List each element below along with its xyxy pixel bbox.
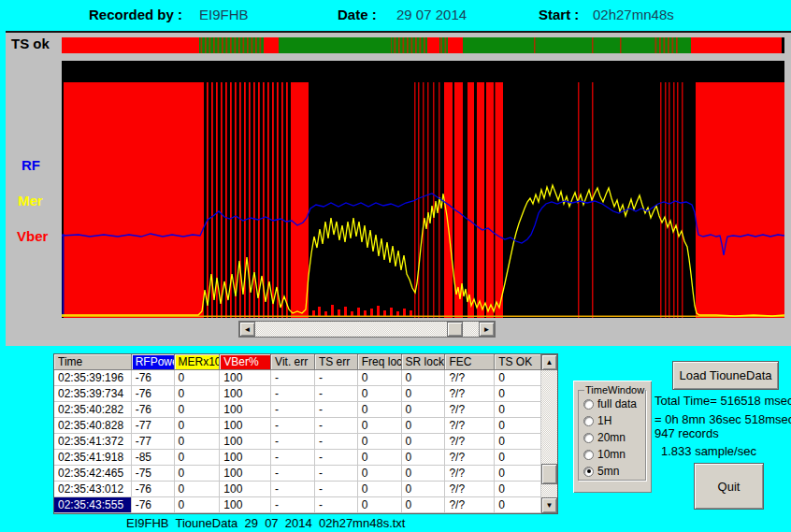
radio-option-20mn[interactable]: 20mn [583,429,645,446]
table-row[interactable]: 02:35:43:012-760100--00?/?0 [54,482,541,497]
start-value: 02h27mn48s [593,7,674,22]
table-cell: 0 [402,482,446,497]
radio-icon [583,450,594,460]
table-cell: 0 [175,370,221,386]
table-cell: 100 [220,466,271,482]
table-cell: 100 [220,482,271,497]
table-row[interactable]: 02:35:43:555-760100--00?/?0 [54,497,541,513]
table-row[interactable]: 02:35:40:282-760100--00?/?0 [54,402,541,418]
table-cell: 0 [358,386,402,402]
table-cell: 0 [402,386,446,402]
quit-button[interactable]: Quit [694,463,764,510]
scroll-right-button[interactable]: ► [479,322,495,337]
table-cell: 0 [402,466,446,482]
table-cell: ?/? [445,466,495,482]
table-cell: 100 [220,370,271,386]
table-cell: 100 [220,450,271,466]
table-row[interactable]: 02:35:39:196-760100--00?/?0 [54,370,541,386]
table-cell: ?/? [445,386,495,402]
ts-status-strip [62,37,784,53]
radio-icon [583,433,594,443]
scroll-up-button[interactable]: ▲ [541,354,557,370]
table-cell: - [271,466,315,482]
rf-label: RF [22,157,40,173]
table-cell: 0 [495,418,541,434]
column-header-vit-err[interactable]: Vit. err [271,354,315,370]
column-header-time[interactable]: Time [54,354,132,370]
column-header-ts-err[interactable]: TS err [315,354,358,370]
scroll-left-button[interactable]: ◄ [239,322,255,337]
table-cell: - [315,386,358,402]
table-cell: 02:35:43:555 [54,497,132,513]
table-cell: -76 [132,497,175,513]
table-cell: 02:35:42:465 [54,466,132,482]
table-cell: 0 [175,482,221,497]
hscroll-track[interactable] [255,322,479,337]
table-header-row: TimeRFPowerMERx10VBer%Vit. errTS errFreq… [54,354,541,370]
table-cell: 0 [358,434,402,450]
table-row[interactable]: 02:35:41:372-770100--00?/?0 [54,434,541,450]
table-cell: 100 [220,434,271,450]
table-row[interactable]: 02:35:42:465-750100--00?/?0 [54,466,541,482]
radio-option-1H[interactable]: 1H [583,412,645,429]
table-cell: - [315,402,358,418]
table-cell: 0 [402,370,446,386]
table-cell: 02:35:43:012 [54,482,132,497]
table-cell: 0 [495,370,541,386]
time-window-group: TimeWindow full data1H20mn10mn5mn [578,384,646,481]
table-cell: -76 [132,482,175,497]
table-cell: - [271,497,315,513]
ts-ok-label: TS ok [11,36,50,51]
table-cell: 0 [495,386,541,402]
records-count-text: 947 records [654,426,719,440]
right-arrow-icon: ► [483,325,491,334]
hscroll-thumb[interactable] [447,322,463,337]
column-header-vber-[interactable]: VBer% [220,354,271,370]
radio-label: 5mn [597,465,619,478]
column-header-freq-lock[interactable]: Freq lock [358,354,402,370]
vscroll-thumb[interactable] [541,464,557,484]
table-row[interactable]: 02:35:41:918-850100--00?/?0 [54,450,541,466]
table-vscrollbar[interactable]: ▲ ▼ [541,354,557,513]
table-cell: 100 [220,497,271,513]
column-header-fec[interactable]: FEC [445,354,495,370]
column-header-merx10[interactable]: MERx10 [175,354,221,370]
radio-label: 1H [597,414,611,427]
table-cell: ?/? [445,402,495,418]
vscroll-track[interactable] [541,370,557,497]
load-tiounedata-button[interactable]: Load TiouneData [672,361,779,390]
table-cell: 0 [358,450,402,466]
table-cell: 0 [175,434,221,450]
chart-hscrollbar[interactable]: ◄ ► [238,321,496,338]
table-cell: - [271,402,315,418]
table-row[interactable]: 02:35:40:828-770100--00?/?0 [54,418,541,434]
column-header-sr-lock[interactable]: SR lock [402,354,446,370]
column-header-ts-ok[interactable]: TS OK [495,354,541,370]
table-cell: 0 [358,497,402,513]
table-grid: TimeRFPowerMERx10VBer%Vit. errTS errFreq… [54,354,541,513]
table-cell: ?/? [445,450,495,466]
table-cell: - [315,450,358,466]
radio-option-5mn[interactable]: 5mn [583,463,645,480]
column-header-rfpower[interactable]: RFPower [132,354,175,370]
table-cell: 02:35:41:372 [54,434,132,450]
left-arrow-icon: ◄ [244,325,252,334]
scroll-down-button[interactable]: ▼ [541,497,557,513]
table-cell: 0 [175,466,221,482]
table-cell: 02:35:41:918 [54,450,132,466]
table-row[interactable]: 02:35:39:734-760100--00?/?0 [54,386,541,402]
header-bar: Recorded by : EI9FHB Date : 29 07 2014 S… [0,0,791,30]
data-table: TimeRFPowerMERx10VBer%Vit. errTS errFreq… [53,353,558,514]
status-filename: EI9FHB TiouneData 29 07 2014 02h27mn48s.… [126,516,405,530]
table-cell: 0 [175,386,221,402]
radio-option-10mn[interactable]: 10mn [583,446,645,463]
table-cell: - [315,497,358,513]
table-cell: 0 [402,497,446,513]
table-cell: - [271,386,315,402]
radio-option-full-data[interactable]: full data [583,395,645,412]
table-cell: - [315,418,358,434]
table-cell: - [315,466,358,482]
radio-label: 10mn [597,448,626,461]
table-cell: 0 [495,434,541,450]
table-cell: 0 [358,466,402,482]
